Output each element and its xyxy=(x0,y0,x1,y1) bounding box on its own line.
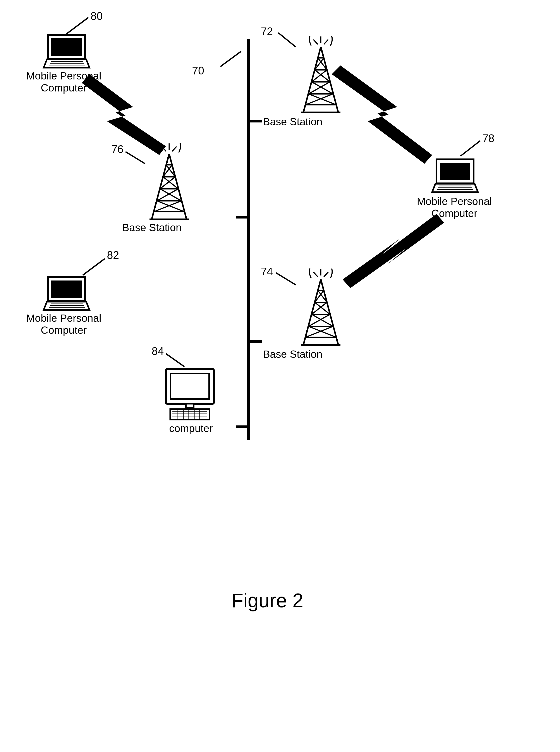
laptop-icon-82 xyxy=(44,277,89,310)
laptop-icon-78 xyxy=(432,159,478,192)
ref-80: 80 xyxy=(91,10,103,22)
ref-72: 72 xyxy=(261,25,273,38)
label-78: Mobile Personal Computer xyxy=(417,195,492,219)
leader-72 xyxy=(278,33,296,47)
svg-marker-44 xyxy=(343,214,444,288)
leader-76 xyxy=(125,152,145,164)
wireless-link-72-78 xyxy=(332,65,432,164)
label-82: Mobile Personal Computer xyxy=(26,312,101,336)
ref-84: 84 xyxy=(152,345,164,358)
label-80: Mobile Personal Computer xyxy=(26,70,101,94)
ref-78: 78 xyxy=(482,132,495,145)
leader-70 xyxy=(220,51,241,66)
label-76: Base Station xyxy=(122,221,182,234)
ref-76: 76 xyxy=(111,143,123,156)
label-84: computer xyxy=(169,422,213,434)
figure-caption: Figure 2 xyxy=(231,589,303,612)
ref-70: 70 xyxy=(192,64,204,77)
leader-80 xyxy=(66,18,88,34)
leader-84 xyxy=(166,354,184,367)
label-72: Base Station xyxy=(263,116,322,128)
tower-icon-76 xyxy=(149,143,189,219)
tower-icon-74 xyxy=(301,269,340,345)
leader-82 xyxy=(83,259,105,275)
diagram-page: 80 Mobile Personal Computer 70 72 Base S… xyxy=(0,0,560,752)
network-bus xyxy=(236,39,262,440)
ref-74: 74 xyxy=(261,265,273,278)
laptop-icon-80 xyxy=(44,35,89,68)
leader-78 xyxy=(460,141,480,156)
diagram-canvas xyxy=(0,0,560,752)
wireless-link-74-78 xyxy=(343,214,444,288)
ref-82: 82 xyxy=(107,249,119,261)
leader-74 xyxy=(276,273,296,285)
svg-marker-43 xyxy=(332,65,432,164)
desktop-icon-84 xyxy=(166,369,214,419)
label-74: Base Station xyxy=(263,348,322,360)
